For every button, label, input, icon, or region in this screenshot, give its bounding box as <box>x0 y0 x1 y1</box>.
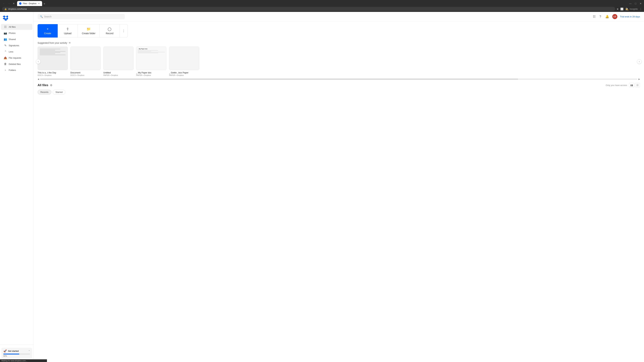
sidebar-item-folders[interactable]: › Folders <box>1 67 32 73</box>
thumb-line <box>40 53 55 54</box>
file-card-0[interactable]: This is a...t the Day DOCX • Dropbox <box>38 46 68 76</box>
sidebar-item-photos[interactable]: 📷 Photos <box>1 30 32 36</box>
chevron-down-icon: ⌃ <box>4 50 7 53</box>
minimize-button[interactable]: — <box>628 2 632 5</box>
create-label: Create <box>44 32 51 35</box>
file-card-1[interactable]: Document DOCX • Dropbox <box>70 46 100 76</box>
active-tab[interactable]: Files - Dropbox ✕ <box>17 1 42 6</box>
sidebar-item-all-files[interactable]: ☷ All files <box>1 24 32 30</box>
sidebar-item-deleted-files[interactable]: 🗑 Deleted files <box>1 61 32 67</box>
access-label: Only you have access <box>606 84 627 86</box>
new-tab-button[interactable]: + <box>42 2 46 6</box>
file-thumbnail-0 <box>38 46 68 70</box>
bookmark-button[interactable]: ★ <box>616 7 619 10</box>
file-card-3[interactable]: _ My Paper doc _ My Paper doc PAPER • <box>136 46 166 76</box>
paper-line <box>138 52 165 52</box>
search-bar[interactable]: 🔍 Search <box>38 14 125 19</box>
sidebar-bottom: 🚀 Get started ⌃ 60% <box>0 345 33 360</box>
file-thumb-inner-3: _ My Paper doc <box>136 47 166 70</box>
close-window-button[interactable]: ✕ <box>639 2 642 5</box>
url-text: dropbox.com/home <box>8 8 27 10</box>
tab-recents[interactable]: Recents <box>38 90 51 94</box>
grid-icon: ☷ <box>4 25 7 28</box>
tab-close-button[interactable]: ✕ <box>38 2 40 5</box>
file-thumbnail-2 <box>103 46 134 70</box>
files-tabs: Recents Starred <box>38 90 640 94</box>
main-header: 🔍 Search ☷ ? 🔔 LD Trial ends in 29 days <box>34 12 644 21</box>
scroll-left-button[interactable]: ‹ <box>36 59 40 64</box>
sidebar-label-folders: Folders <box>9 69 16 71</box>
create-button[interactable]: + Create <box>38 24 58 37</box>
list-view-button[interactable]: ▮▮ <box>629 83 634 87</box>
folder-plus-icon: 📁 <box>86 27 91 31</box>
suggested-header: Suggested from your activity 👁 <box>38 41 640 44</box>
tab-favicon <box>19 2 22 5</box>
maximize-button[interactable]: □ <box>634 2 637 5</box>
more-icon: ⋮ <box>122 29 125 33</box>
get-started-card[interactable]: 🚀 Get started ⌃ 60% <box>1 348 32 359</box>
sidebar-less-toggle[interactable]: ⌃ Less <box>1 49 32 55</box>
thumb-line <box>40 49 60 49</box>
tab-label: Files - Dropbox <box>23 2 36 5</box>
main-content: 🔍 Search ☷ ? 🔔 LD Trial ends in 29 days … <box>34 12 644 362</box>
eye-icon[interactable]: 👁 <box>68 41 71 44</box>
record-button[interactable]: ◯ Record <box>100 24 120 37</box>
upload-icon: ⇧ <box>66 27 69 31</box>
tab-starred[interactable]: Starred <box>53 90 66 94</box>
file-card-2[interactable]: Untitled PAPER • Dropbox <box>103 46 134 76</box>
split-screen-button[interactable]: ⬜ <box>620 7 624 10</box>
file-meta-3: PAPER • Dropbox <box>136 74 166 76</box>
grid-view-button[interactable]: ☷ <box>635 83 640 87</box>
trial-badge[interactable]: Trial ends in 29 days <box>620 15 640 18</box>
sidebar-label-shared: Shared <box>9 38 16 40</box>
sidebar-logo <box>0 14 33 24</box>
sidebar-item-signatures[interactable]: ✎ Signatures <box>1 42 32 48</box>
suggested-scrollbar: ◀ ▶ <box>38 78 640 80</box>
suggested-cards-wrapper: ‹ <box>38 46 640 76</box>
sidebar-label-file-requests: File requests <box>9 57 21 59</box>
back-button[interactable]: ← <box>2 2 6 5</box>
help-button[interactable]: ? <box>599 14 602 19</box>
file-thumb-inner-4 <box>169 47 199 70</box>
create-folder-button[interactable]: 📁 Create folder <box>78 24 100 37</box>
browser-chrome: ← → ✕ Files - Dropbox ✕ + — □ ✕ 🔒 dropbo… <box>0 0 644 12</box>
sidebar-navigation: ☷ All files 📷 Photos 👥 Shared ✎ Signatur… <box>0 24 33 345</box>
url-input[interactable]: 🔒 dropbox.com/home <box>2 7 615 11</box>
sidebar-item-file-requests[interactable]: 📤 File requests <box>1 55 32 61</box>
scroll-right-arrow[interactable]: ▶ <box>638 78 640 80</box>
dropbox-logo-icon <box>3 15 8 21</box>
all-files-title: All files <box>38 83 48 87</box>
sidebar-label-deleted-files: Deleted files <box>9 63 21 65</box>
menu-button[interactable]: ⋮ <box>640 7 642 10</box>
search-placeholder: Search <box>44 15 52 18</box>
user-avatar[interactable]: LD <box>612 14 617 19</box>
incognito-icon: 🕵 <box>625 7 628 10</box>
file-meta-4: PAPER • Dropbox <box>169 74 199 76</box>
trash-icon: 🗑 <box>4 62 7 65</box>
scroll-right-button[interactable]: › <box>637 59 642 64</box>
chevron-right-icon: › <box>4 68 7 71</box>
browser-nav-buttons: ← → ✕ <box>2 2 16 5</box>
lock-icon: 🔒 <box>4 8 7 10</box>
scrollbar-track <box>40 79 638 79</box>
notifications-button[interactable]: 🔔 <box>604 14 610 19</box>
file-request-icon: 📤 <box>4 56 7 59</box>
file-card-4[interactable]: _ Gettin...box Paper PAPER • Dropbox <box>169 46 199 76</box>
paper-line <box>138 50 158 51</box>
get-started-header: 🚀 Get started ⌃ <box>3 350 30 353</box>
more-actions-button[interactable]: ⋮ <box>120 24 128 37</box>
forward-button[interactable]: → <box>7 2 11 5</box>
reload-button[interactable]: ✕ <box>12 2 16 5</box>
suggested-cards: This is a...t the Day DOCX • Dropbox Doc… <box>38 46 640 76</box>
apps-button[interactable]: ☷ <box>592 14 596 19</box>
paper-line <box>138 53 158 53</box>
browser-tabs: Files - Dropbox ✕ + <box>17 1 627 6</box>
settings-icon[interactable]: ⚙ <box>50 84 52 87</box>
record-label: Record <box>106 32 113 35</box>
collapse-icon[interactable]: ⌃ <box>28 350 30 352</box>
scroll-left-arrow[interactable]: ◀ <box>38 78 39 80</box>
sidebar-item-shared[interactable]: 👥 Shared <box>1 36 32 42</box>
file-thumb-inner-1 <box>70 47 100 70</box>
upload-button[interactable]: ⇧ Upload <box>58 24 78 37</box>
all-files-actions: Only you have access ▮▮ ☷ <box>606 83 640 87</box>
